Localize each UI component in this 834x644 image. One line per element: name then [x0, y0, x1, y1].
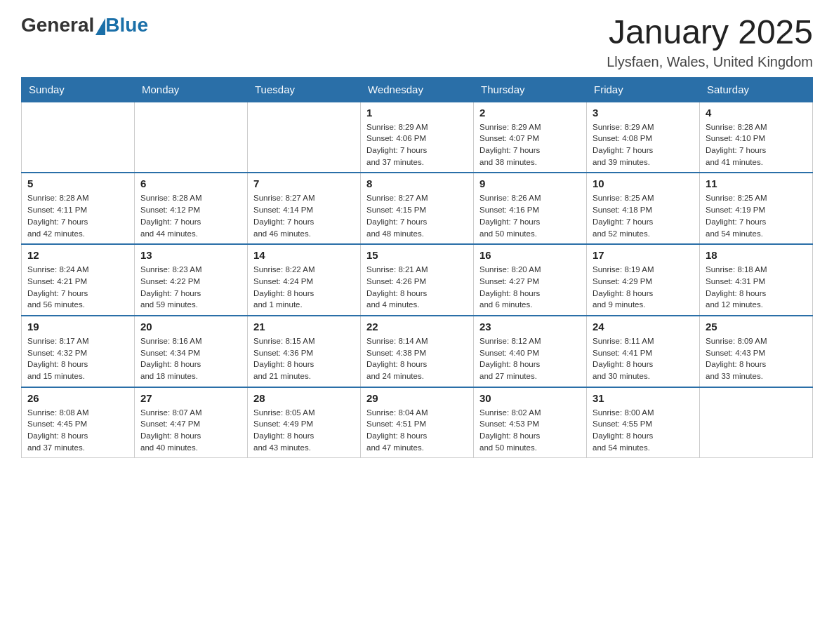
day-number: 13 — [140, 249, 241, 261]
day-number: 1 — [366, 107, 468, 119]
day-number: 5 — [27, 177, 128, 189]
logo-general: General — [21, 14, 94, 36]
day-info: Sunrise: 8:19 AMSunset: 4:29 PMDaylight:… — [593, 264, 694, 311]
day-info: Sunrise: 8:14 AMSunset: 4:38 PMDaylight:… — [366, 335, 468, 382]
day-info: Sunrise: 8:07 AMSunset: 4:47 PMDaylight:… — [140, 407, 241, 454]
calendar-header-row: Sunday Monday Tuesday Wednesday Thursday… — [22, 77, 813, 102]
day-number: 11 — [706, 177, 807, 189]
table-row: 8Sunrise: 8:27 AMSunset: 4:15 PMDaylight… — [361, 173, 474, 244]
table-row: 2Sunrise: 8:29 AMSunset: 4:07 PMDaylight… — [474, 102, 587, 173]
table-row: 30Sunrise: 8:02 AMSunset: 4:53 PMDayligh… — [474, 387, 587, 458]
day-info: Sunrise: 8:28 AMSunset: 4:12 PMDaylight:… — [140, 192, 241, 239]
day-number: 9 — [479, 177, 581, 189]
day-info: Sunrise: 8:02 AMSunset: 4:53 PMDaylight:… — [479, 407, 581, 454]
day-info: Sunrise: 8:28 AMSunset: 4:10 PMDaylight:… — [706, 121, 807, 168]
table-row: 20Sunrise: 8:16 AMSunset: 4:34 PMDayligh… — [135, 316, 248, 387]
day-number: 2 — [479, 107, 581, 119]
table-row: 31Sunrise: 8:00 AMSunset: 4:55 PMDayligh… — [587, 387, 700, 458]
table-row: 18Sunrise: 8:18 AMSunset: 4:31 PMDayligh… — [700, 244, 813, 316]
day-info: Sunrise: 8:24 AMSunset: 4:21 PMDaylight:… — [27, 264, 128, 311]
table-row: 26Sunrise: 8:08 AMSunset: 4:45 PMDayligh… — [22, 387, 135, 458]
day-info: Sunrise: 8:23 AMSunset: 4:22 PMDaylight:… — [140, 264, 241, 311]
day-info: Sunrise: 8:17 AMSunset: 4:32 PMDaylight:… — [27, 335, 128, 382]
calendar-table: Sunday Monday Tuesday Wednesday Thursday… — [21, 77, 813, 458]
calendar-week-row: 1Sunrise: 8:29 AMSunset: 4:06 PMDaylight… — [22, 102, 813, 173]
table-row: 29Sunrise: 8:04 AMSunset: 4:51 PMDayligh… — [361, 387, 474, 458]
day-number: 6 — [140, 177, 241, 189]
day-info: Sunrise: 8:25 AMSunset: 4:19 PMDaylight:… — [706, 192, 807, 239]
logo-blue: Blue — [105, 14, 148, 36]
day-info: Sunrise: 8:29 AMSunset: 4:06 PMDaylight:… — [366, 121, 468, 168]
day-info: Sunrise: 8:29 AMSunset: 4:08 PMDaylight:… — [593, 121, 694, 168]
day-number: 12 — [27, 249, 128, 261]
calendar-week-row: 26Sunrise: 8:08 AMSunset: 4:45 PMDayligh… — [22, 387, 813, 458]
table-row: 1Sunrise: 8:29 AMSunset: 4:06 PMDaylight… — [361, 102, 474, 173]
day-info: Sunrise: 8:27 AMSunset: 4:15 PMDaylight:… — [366, 192, 468, 239]
table-row: 10Sunrise: 8:25 AMSunset: 4:18 PMDayligh… — [587, 173, 700, 244]
table-row: 16Sunrise: 8:20 AMSunset: 4:27 PMDayligh… — [474, 244, 587, 316]
col-wednesday: Wednesday — [361, 77, 474, 102]
day-number: 21 — [253, 321, 355, 333]
day-number: 22 — [366, 321, 468, 333]
table-row: 13Sunrise: 8:23 AMSunset: 4:22 PMDayligh… — [135, 244, 248, 316]
table-row: 27Sunrise: 8:07 AMSunset: 4:47 PMDayligh… — [135, 387, 248, 458]
day-info: Sunrise: 8:18 AMSunset: 4:31 PMDaylight:… — [706, 264, 807, 311]
day-info: Sunrise: 8:04 AMSunset: 4:51 PMDaylight:… — [366, 407, 468, 454]
day-number: 30 — [479, 392, 581, 404]
day-info: Sunrise: 8:29 AMSunset: 4:07 PMDaylight:… — [479, 121, 581, 168]
day-number: 10 — [593, 177, 694, 189]
table-row: 21Sunrise: 8:15 AMSunset: 4:36 PMDayligh… — [248, 316, 361, 387]
day-number: 26 — [27, 392, 128, 404]
day-info: Sunrise: 8:28 AMSunset: 4:11 PMDaylight:… — [27, 192, 128, 239]
table-row: 11Sunrise: 8:25 AMSunset: 4:19 PMDayligh… — [700, 173, 813, 244]
day-number: 27 — [140, 392, 241, 404]
day-number: 23 — [479, 321, 581, 333]
logo: General Blue — [21, 14, 148, 36]
table-row: 7Sunrise: 8:27 AMSunset: 4:14 PMDaylight… — [248, 173, 361, 244]
day-info: Sunrise: 8:26 AMSunset: 4:16 PMDaylight:… — [479, 192, 581, 239]
day-info: Sunrise: 8:00 AMSunset: 4:55 PMDaylight:… — [593, 407, 694, 454]
day-number: 18 — [706, 249, 807, 261]
day-number: 31 — [593, 392, 694, 404]
day-info: Sunrise: 8:21 AMSunset: 4:26 PMDaylight:… — [366, 264, 468, 311]
day-info: Sunrise: 8:27 AMSunset: 4:14 PMDaylight:… — [253, 192, 355, 239]
table-row: 5Sunrise: 8:28 AMSunset: 4:11 PMDaylight… — [22, 173, 135, 244]
col-thursday: Thursday — [474, 77, 587, 102]
day-number: 7 — [253, 177, 355, 189]
day-info: Sunrise: 8:11 AMSunset: 4:41 PMDaylight:… — [593, 335, 694, 382]
day-number: 29 — [366, 392, 468, 404]
day-number: 20 — [140, 321, 241, 333]
day-info: Sunrise: 8:08 AMSunset: 4:45 PMDaylight:… — [27, 407, 128, 454]
calendar-subtitle: Llysfaen, Wales, United Kingdom — [607, 54, 813, 70]
day-info: Sunrise: 8:15 AMSunset: 4:36 PMDaylight:… — [253, 335, 355, 382]
day-number: 4 — [706, 107, 807, 119]
col-monday: Monday — [135, 77, 248, 102]
col-tuesday: Tuesday — [248, 77, 361, 102]
table-row: 28Sunrise: 8:05 AMSunset: 4:49 PMDayligh… — [248, 387, 361, 458]
col-saturday: Saturday — [700, 77, 813, 102]
day-info: Sunrise: 8:05 AMSunset: 4:49 PMDaylight:… — [253, 407, 355, 454]
day-info: Sunrise: 8:16 AMSunset: 4:34 PMDaylight:… — [140, 335, 241, 382]
day-info: Sunrise: 8:25 AMSunset: 4:18 PMDaylight:… — [593, 192, 694, 239]
table-row: 6Sunrise: 8:28 AMSunset: 4:12 PMDaylight… — [135, 173, 248, 244]
day-number: 15 — [366, 249, 468, 261]
col-sunday: Sunday — [22, 77, 135, 102]
calendar-week-row: 5Sunrise: 8:28 AMSunset: 4:11 PMDaylight… — [22, 173, 813, 244]
table-row: 15Sunrise: 8:21 AMSunset: 4:26 PMDayligh… — [361, 244, 474, 316]
table-row: 17Sunrise: 8:19 AMSunset: 4:29 PMDayligh… — [587, 244, 700, 316]
day-number: 19 — [27, 321, 128, 333]
table-row: 24Sunrise: 8:11 AMSunset: 4:41 PMDayligh… — [587, 316, 700, 387]
table-row: 19Sunrise: 8:17 AMSunset: 4:32 PMDayligh… — [22, 316, 135, 387]
table-row — [22, 102, 135, 173]
day-number: 8 — [366, 177, 468, 189]
day-number: 24 — [593, 321, 694, 333]
day-info: Sunrise: 8:22 AMSunset: 4:24 PMDaylight:… — [253, 264, 355, 311]
day-number: 17 — [593, 249, 694, 261]
col-friday: Friday — [587, 77, 700, 102]
calendar-title: January 2025 — [607, 14, 813, 51]
calendar-week-row: 19Sunrise: 8:17 AMSunset: 4:32 PMDayligh… — [22, 316, 813, 387]
logo-icon — [95, 18, 105, 35]
table-row: 22Sunrise: 8:14 AMSunset: 4:38 PMDayligh… — [361, 316, 474, 387]
day-number: 25 — [706, 321, 807, 333]
table-row: 12Sunrise: 8:24 AMSunset: 4:21 PMDayligh… — [22, 244, 135, 316]
